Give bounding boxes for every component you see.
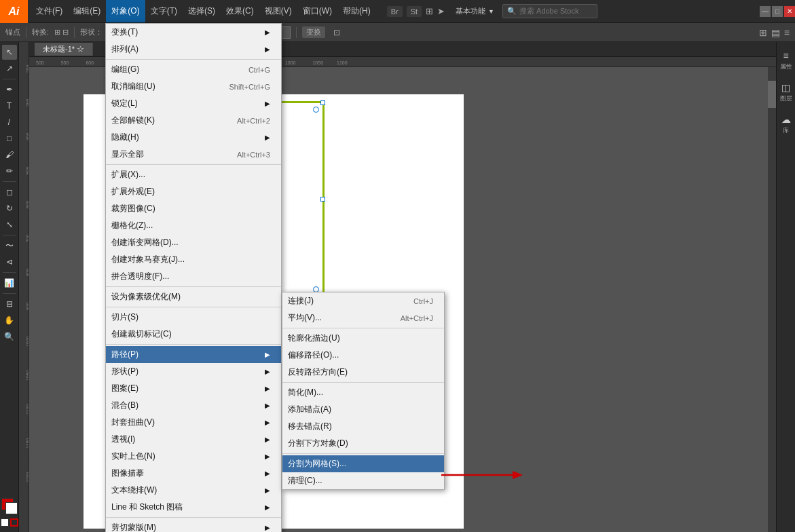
- menu-envelope[interactable]: 封套扭曲(V)▶: [106, 414, 281, 431]
- workspace-dropdown-icon[interactable]: ▼: [488, 8, 494, 15]
- menu-effect[interactable]: 效果(C): [221, 0, 259, 22]
- share-icon[interactable]: ➤: [437, 6, 445, 16]
- paint-tool[interactable]: 🖌: [2, 147, 17, 162]
- width-tool[interactable]: ⊲: [2, 254, 17, 269]
- menu-text[interactable]: 文字(T): [145, 0, 183, 22]
- menu-expand[interactable]: 扩展(X)...: [106, 166, 281, 183]
- menu-flatten[interactable]: 拼合透明度(F)...: [106, 268, 281, 285]
- object-menu-dropdown[interactable]: 变换(T)▶ 排列(A)▶ 编组(G)Ctrl+G 取消编组(U)Shift+C…: [105, 23, 282, 532]
- layers-label: 图层: [780, 94, 792, 103]
- scale-tool[interactable]: ⤡: [2, 217, 17, 232]
- menu-window[interactable]: 窗口(W): [297, 0, 337, 22]
- menu-mosaic[interactable]: 创建对象马赛克(J)...: [106, 251, 281, 268]
- submenu-clean-up[interactable]: 清理(C)...: [282, 472, 444, 489]
- shape-tool[interactable]: □: [2, 131, 17, 146]
- transform-btn[interactable]: 变换: [302, 26, 325, 38]
- warp-tool[interactable]: 〜: [2, 238, 17, 253]
- scroll-thumb[interactable]: [768, 81, 776, 108]
- menu-gradient-mesh[interactable]: 创建渐变网格(D)...: [106, 234, 281, 251]
- menu-slice[interactable]: 切片(S): [106, 309, 281, 326]
- menu-lock[interactable]: 锁定(L)▶: [106, 95, 281, 112]
- menu-group[interactable]: 编组(G)Ctrl+G: [106, 61, 281, 78]
- line-tool[interactable]: /: [2, 115, 17, 130]
- library-panel-btn[interactable]: ☁ 库: [780, 111, 792, 138]
- menu-live-paint[interactable]: 实时上色(N)▶: [106, 448, 281, 465]
- hand-tool[interactable]: ✋: [2, 313, 17, 328]
- menu-select[interactable]: 选择(S): [183, 0, 221, 22]
- sub-sep-2: [282, 382, 444, 383]
- panel-menu-icon[interactable]: ▤: [771, 27, 780, 38]
- select-tool[interactable]: ↖: [2, 45, 17, 60]
- menu-path[interactable]: 路径(P)▶: [106, 346, 281, 363]
- color-swatch-box[interactable]: [1, 498, 18, 514]
- submenu-remove-anchor[interactable]: 移去锚点(R): [282, 418, 444, 435]
- path-submenu[interactable]: 连接(J)Ctrl+J 平均(V)...Alt+Ctrl+J 轮廓化描边(U) …: [282, 292, 445, 490]
- vertical-scrollbar[interactable]: [768, 67, 776, 532]
- menu-line-sketch[interactable]: Line 和 Sketch 图稿▶: [106, 499, 281, 516]
- fill-none[interactable]: [1, 518, 9, 527]
- submenu-divide-below[interactable]: 分割下方对象(D): [282, 435, 444, 452]
- top-bar: Ai 文件(F) 编辑(E) 对象(O) 文字(T) 选择(S) 效果(C) 视…: [0, 0, 795, 23]
- direct-select-tool[interactable]: ↗: [2, 61, 17, 76]
- menu-text-wrap[interactable]: 文本绕排(W)▶: [106, 482, 281, 499]
- submenu-outline-stroke[interactable]: 轮廓化描边(U): [282, 330, 444, 347]
- submenu-reverse-path[interactable]: 反转路径方向(E): [282, 364, 444, 381]
- submenu-offset-path[interactable]: 偏移路径(O)...: [282, 347, 444, 364]
- artboard-tool[interactable]: ⊟: [2, 297, 17, 311]
- menu-help[interactable]: 帮助(H): [337, 0, 376, 22]
- menu-image-trace[interactable]: 图像描摹▶: [106, 465, 281, 482]
- menu-pattern[interactable]: 图案(E)▶: [106, 380, 281, 397]
- menu-blend[interactable]: 混合(B)▶: [106, 397, 281, 414]
- panel-close-icon[interactable]: ≡: [784, 27, 790, 38]
- properties-panel-btn[interactable]: ≡ 属性: [779, 48, 794, 74]
- document-tab[interactable]: 未标题-1* ☆: [35, 43, 93, 56]
- menu-crop-image[interactable]: 裁剪图像(C): [106, 200, 281, 217]
- background-color[interactable]: [5, 502, 18, 514]
- rotate-tool[interactable]: ↻: [2, 201, 17, 216]
- text-tool[interactable]: T: [2, 98, 17, 113]
- submenu-add-anchor[interactable]: 添加锚点(A): [282, 401, 444, 418]
- ruler-vertical: 200 300 400 500 600 700 800 900 1000 105…: [19, 42, 29, 532]
- menu-arrange[interactable]: 排列(A)▶: [106, 41, 281, 58]
- minimize-button[interactable]: —: [760, 6, 771, 17]
- layers-panel-btn[interactable]: ◫ 图层: [779, 79, 794, 106]
- dd-sep-2: [106, 164, 281, 165]
- zoom-tool[interactable]: 🔍: [2, 329, 17, 344]
- menu-show-all[interactable]: 显示全部Alt+Ctrl+3: [106, 146, 281, 163]
- menu-hide[interactable]: 隐藏(H)▶: [106, 129, 281, 146]
- maximize-button[interactable]: □: [772, 6, 783, 17]
- pen-tool[interactable]: ✒: [2, 82, 17, 97]
- menu-pixel-perfect[interactable]: 设为像素级优化(M): [106, 288, 281, 305]
- column-graph-tool[interactable]: 📊: [2, 276, 17, 290]
- menu-unlock-all[interactable]: 全部解锁(K)Alt+Ctrl+2: [106, 112, 281, 129]
- submenu-split-grid[interactable]: 分割为网格(S)...: [282, 455, 444, 472]
- submenu-average[interactable]: 平均(V)...Alt+Ctrl+J: [282, 309, 444, 326]
- menu-clipping-mask[interactable]: 剪切蒙版(M)▶: [106, 519, 281, 532]
- menu-object[interactable]: 对象(O): [106, 0, 145, 22]
- panel-toggle-icon[interactable]: ⊞: [759, 27, 767, 38]
- menu-shape[interactable]: 形状(P)▶: [106, 363, 281, 380]
- pencil-tool[interactable]: ✏: [2, 164, 17, 178]
- stock-icon[interactable]: St: [407, 6, 422, 17]
- menu-rasterize[interactable]: 栅格化(Z)...: [106, 217, 281, 234]
- submenu-simplify[interactable]: 简化(M)...: [282, 384, 444, 401]
- grid-icon[interactable]: ⊞: [426, 6, 433, 16]
- anchor-mr[interactable]: [320, 197, 325, 202]
- menu-view[interactable]: 视图(V): [259, 0, 297, 22]
- menu-trim-marks[interactable]: 创建裁切标记(C): [106, 326, 281, 343]
- menu-perspective[interactable]: 透视(I)▶: [106, 431, 281, 448]
- menu-edit[interactable]: 编辑(E): [68, 0, 106, 22]
- stroke-color[interactable]: [10, 518, 18, 527]
- anchor-tr[interactable]: [320, 100, 325, 105]
- transform-icons[interactable]: ⊞ ⊟: [54, 28, 69, 37]
- bridge-icon[interactable]: Br: [387, 6, 403, 17]
- submenu-join[interactable]: 连接(J)Ctrl+J: [282, 292, 444, 309]
- menu-file[interactable]: 文件(F): [31, 0, 68, 22]
- circle-anchor-tr[interactable]: [313, 107, 319, 113]
- transform-extra-icon[interactable]: ⊡: [333, 28, 340, 37]
- menu-expand-appearance[interactable]: 扩展外观(E): [106, 183, 281, 200]
- menu-ungroup[interactable]: 取消编组(U)Shift+Ctrl+G: [106, 78, 281, 95]
- menu-transform[interactable]: 变换(T)▶: [106, 24, 281, 41]
- close-button[interactable]: ✕: [784, 6, 795, 17]
- eraser-tool[interactable]: ◻: [2, 185, 17, 200]
